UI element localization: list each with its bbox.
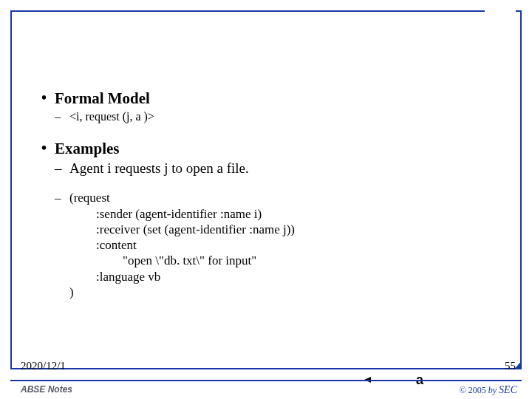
slide-content: Formal Model <i, request (j, a )> Exampl… xyxy=(41,89,485,306)
code-line: :language vb xyxy=(69,269,485,284)
slide: Formal Model <i, request (j, a )> Exampl… xyxy=(0,0,532,399)
section-title: Examples xyxy=(55,140,120,157)
code-line: ) xyxy=(69,284,485,300)
code-line: :content xyxy=(69,237,485,253)
copyright-text: © 2005 xyxy=(460,385,486,395)
footer-notes: ABSE Notes xyxy=(21,384,72,395)
example-code: (request :sender (agent-identifier :name… xyxy=(55,190,485,300)
slide-date: 2020/12/1 xyxy=(21,360,66,372)
section-formal-model: Formal Model <i, request (j, a )> xyxy=(41,89,485,124)
footer-copyright: © 2005 by SEC xyxy=(460,384,517,396)
example-description: Agent i requests j to open a file. xyxy=(55,160,485,177)
slide-footer: ABSE Notes © 2005 by SEC xyxy=(0,377,532,399)
section-title: Formal Model xyxy=(55,89,150,107)
code-line: :sender (agent-identifier :name i) xyxy=(69,206,485,222)
page-number: 55 xyxy=(505,360,516,372)
footer-rule xyxy=(10,380,522,381)
copyright-by: by xyxy=(488,385,497,395)
formal-model-tuple: <i, request (j, a )> xyxy=(55,109,485,124)
code-line: :receiver (set (agent-identifier :name j… xyxy=(69,222,485,237)
copyright-org: SEC xyxy=(499,384,517,395)
code-line: (request xyxy=(69,190,485,205)
code-line: "open \"db. txt\" for input" xyxy=(69,253,485,268)
section-examples: Examples Agent i requests j to open a fi… xyxy=(41,139,485,300)
